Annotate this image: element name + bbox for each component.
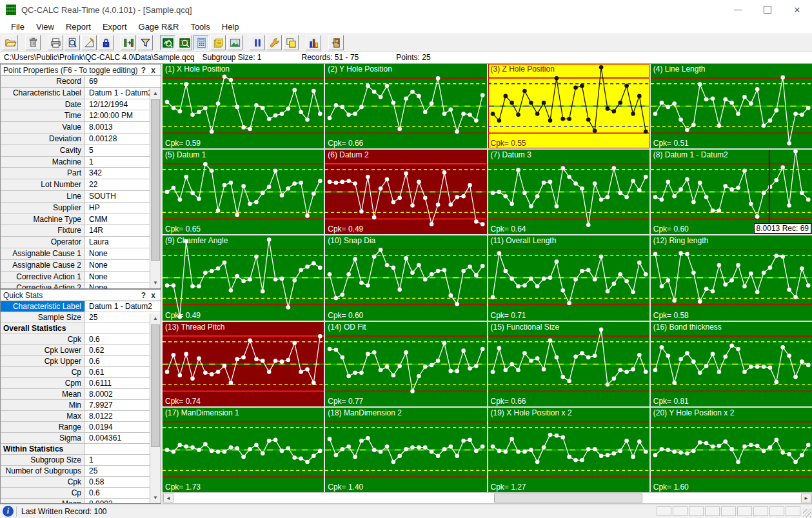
quick-stat-row[interactable]: Number of Subgroups25 [1,466,161,477]
quick-stat-row[interactable]: Range0.0194 [1,422,161,433]
scrollbar-thumb[interactable] [151,99,160,261]
point-property-row[interactable]: SupplierHP [1,203,161,214]
plot-settings-button[interactable] [177,35,192,50]
print-button[interactable] [48,35,63,50]
point-property-row[interactable]: Machine TypeCMM [1,214,161,226]
quick-stat-row[interactable]: Characteristic LabelDatum 1 - Datum2 [1,301,161,312]
point-property-row[interactable]: OperatorLaura [1,237,161,248]
maximize-button[interactable] [753,0,782,19]
chart-cell-1[interactable]: (1) X Hole PositionCpk= 0.59 [163,64,324,148]
point-property-row[interactable]: Characteristic LabelDatum 1 - Datum2 [1,88,161,99]
quick-stat-row[interactable]: Overall Statistics [1,323,161,334]
quick-stat-row[interactable]: Cpm0.6111 [1,378,161,389]
edit-points-button[interactable] [81,35,97,50]
scroll-right-icon[interactable]: ► [801,493,811,503]
scroll-down-icon[interactable]: ▼ [150,493,161,503]
notes-button[interactable] [210,35,226,50]
chart-cell-12[interactable]: (12) Ring lengthCpk= 0.58 [651,235,812,320]
picture-button[interactable] [227,35,243,50]
realtime-plot-button[interactable] [160,35,175,50]
close-icon[interactable]: x [148,291,158,300]
quick-stat-row[interactable]: Mean8.0002 [1,389,161,400]
point-property-row[interactable]: Assignable Cause 2None [1,260,161,272]
exit-button[interactable] [328,35,344,50]
quick-stat-row[interactable]: Subgroup Size1 [1,455,161,466]
delete-button[interactable] [25,35,41,50]
point-property-row[interactable]: Part342 [1,168,161,179]
point-property-row[interactable]: Corrective Action 2None [1,283,161,289]
point-property-row[interactable]: Assignable Cause 1None [1,248,161,260]
chart-cell-7[interactable]: (7) Datum 3Cpk= 0.64 [488,150,649,234]
chart-cell-20[interactable]: (20) Y Hole Position x 2Cpk= 1.60 [651,408,812,492]
chart-cell-8[interactable]: (8) Datum 1 - Datum2Cpk= 0.608.0013 Rec:… [651,150,812,234]
point-properties-scrollbar[interactable]: ▲ ▼ [150,88,161,288]
menu-file[interactable]: File [5,21,30,33]
chart-cell-5[interactable]: (5) Datum 1Cpk= 0.65 [163,150,324,234]
resize-grip[interactable] [803,509,811,517]
quick-stat-value[interactable]: Datum 1 - Datum2 [85,301,161,312]
chart-cell-15[interactable]: (15) Functional SizeCpk= 0.66 [488,322,649,406]
point-property-row[interactable]: Lot Number22 [1,179,161,191]
chart-cell-11[interactable]: (11) Overall LengthCpk= 0.71 [488,235,649,320]
point-property-row[interactable]: Deviation0.00128 [1,134,161,145]
scroll-down-icon[interactable]: ▼ [150,278,161,288]
quick-stat-row[interactable]: Max8.0122 [1,411,161,422]
menu-view[interactable]: View [30,21,60,33]
chart-cell-17[interactable]: (17) ManDimension 1Cpk= 1.73 [163,408,324,492]
horizontal-scrollbar[interactable]: ◄ ► [163,492,812,504]
scroll-up-icon[interactable]: ▲ [150,314,161,324]
point-property-value[interactable]: 69 [85,76,161,87]
point-property-row[interactable]: Record69 [1,76,161,88]
open-file-button[interactable] [3,35,18,50]
quick-stat-row[interactable]: Cp0.61 [1,367,161,378]
chart-cell-6[interactable]: (6) Datum 2Cpk= 0.49 [325,150,486,234]
scroll-left-icon[interactable]: ◄ [163,493,173,503]
chart-cell-9[interactable]: (9) Chamfer AngleCpk= 0.49 [163,235,324,320]
menu-report[interactable]: Report [60,21,97,33]
point-property-row[interactable]: Corrective Action 1None [1,272,161,283]
quick-stat-row[interactable]: Min7.9927 [1,400,161,411]
quick-stat-row[interactable]: Cpk0.6 [1,334,161,345]
menu-help[interactable]: Help [216,21,245,33]
help-icon[interactable]: ? [139,291,148,300]
calculator-button[interactable] [193,35,209,50]
quick-stat-row[interactable]: Cp0.6 [1,488,161,499]
point-property-row[interactable]: Machine1 [1,157,161,168]
filter-button[interactable] [137,35,153,50]
pause-button[interactable] [250,35,265,50]
quick-stat-row[interactable]: Cpk Lower0.62 [1,345,161,356]
point-property-row[interactable]: Date12/12/1994 [1,99,161,111]
quick-stat-row[interactable]: Cpk0.58 [1,477,161,488]
quick-stat-row[interactable]: Cpk Upper0.6 [1,356,161,367]
chart-cell-4[interactable]: (4) Line LengthCpk= 0.51 [651,64,812,148]
chart-cell-10[interactable]: (10) Snap DiaCpk= 0.60 [325,235,486,320]
statistics-button[interactable] [306,35,321,50]
scrollbar-thumb[interactable] [151,324,160,447]
lock-button[interactable] [98,35,114,50]
copy-window-button[interactable] [283,35,299,50]
quick-stat-row[interactable]: Sigma0.004361 [1,433,161,444]
column-settings-button[interactable] [121,35,136,50]
scroll-up-icon[interactable]: ▲ [150,88,161,99]
menu-export[interactable]: Export [97,21,133,33]
help-icon[interactable]: ? [139,66,148,75]
chart-cell-14[interactable]: (14) OD FitCpk= 0.77 [325,322,486,406]
point-property-row[interactable]: Fixture14R [1,225,161,237]
chart-cell-16[interactable]: (16) Bond thicknessCpk= 0.81 [651,322,812,406]
quick-stat-row[interactable]: Mean8.0002 [1,499,161,504]
quick-stat-row[interactable]: Within Statistics [1,444,161,455]
chart-cell-2[interactable]: (2) Y Hole PositionCpk= 0.66 [325,64,486,148]
close-icon[interactable]: x [148,66,158,75]
point-property-row[interactable]: Value8.0013 [1,122,161,134]
menu-tools[interactable]: Tools [184,21,215,33]
menu-gage-r-r[interactable]: Gage R&R [133,21,185,33]
scrollbar-thumb[interactable] [494,493,642,503]
chart-cell-3[interactable]: (3) Z Hole PositionCpk= 0.55 [488,64,649,148]
point-property-row[interactable]: LineSOUTH [1,191,161,203]
minimize-button[interactable] [723,0,753,19]
quick-stat-row[interactable]: Sample Size25 [1,312,161,323]
chart-cell-19[interactable]: (19) X Hole Position x 2Cpk= 1.27 [488,408,649,492]
quick-stats-scrollbar[interactable]: ▲ ▼ [150,314,161,503]
chart-cell-18[interactable]: (18) ManDimension 2Cpk= 1.40 [325,408,486,492]
print-preview-button[interactable] [64,35,80,50]
